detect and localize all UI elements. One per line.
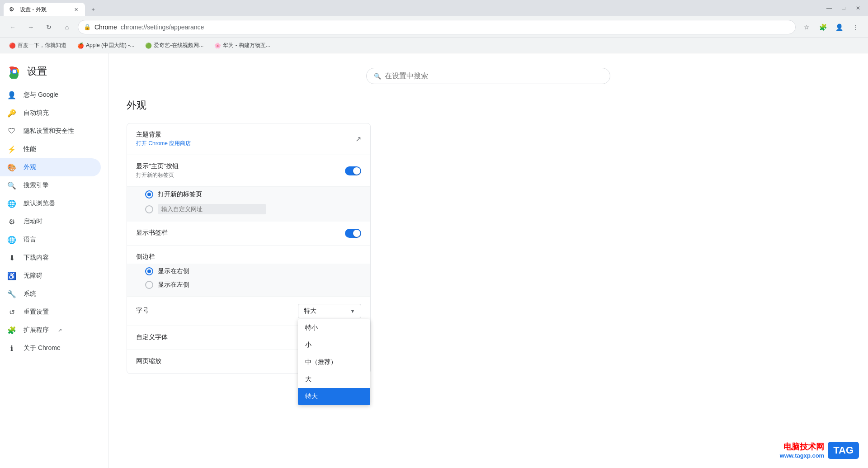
- sidebar-item-search[interactable]: 🔍 搜索引擎: [0, 176, 101, 194]
- theme-external-link-icon[interactable]: ↗: [355, 135, 361, 143]
- sidebar-item-privacy[interactable]: 🛡 隐私设置和安全性: [0, 122, 101, 140]
- watermark-site-name: 电脑技术网: [783, 441, 824, 452]
- extensions-icon: 🧩: [7, 326, 16, 335]
- new-tab-button[interactable]: +: [87, 3, 99, 15]
- active-tab[interactable]: ⚙ 设置 - 外观 ✕: [4, 3, 85, 16]
- font-size-dropdown-wrap: 特大 ▼ 特小 小 中（推荐） 大 特大 ◄: [298, 304, 361, 318]
- extension-icon[interactable]: 🧩: [816, 20, 830, 34]
- google-account-icon: 👤: [7, 90, 16, 99]
- font-size-option-large[interactable]: 大: [298, 371, 370, 388]
- bookmark-iqiyi-label: 爱奇艺-在线视频网...: [154, 42, 203, 49]
- radio-sidebar-left-circle: [145, 281, 153, 289]
- bookmark-apple[interactable]: 🍎 Apple (中国大陆) -...: [74, 40, 138, 51]
- sidebar-item-autofill[interactable]: 🔑 自动填充: [0, 104, 101, 122]
- font-size-option-very-small[interactable]: 特小: [298, 319, 370, 336]
- bookmarks-bar-row: 显示书签栏: [127, 222, 370, 246]
- font-size-option-very-large[interactable]: 特大 ◄: [298, 388, 370, 405]
- minimize-button[interactable]: —: [823, 2, 835, 14]
- tab-close-button[interactable]: ✕: [72, 6, 80, 13]
- sidebar-item-extensions-label: 扩展程序: [24, 326, 49, 334]
- settings-search-wrap: 🔍: [366, 68, 610, 84]
- settings-sidebar: 设置 👤 您与 Google 🔑 自动填充 🛡 隐私设置和安全性 ⚡ 性能 🎨 …: [0, 53, 108, 468]
- close-button[interactable]: ✕: [852, 2, 864, 14]
- sidebar-item-google-account[interactable]: 👤 您与 Google: [0, 86, 101, 104]
- custom-url-input[interactable]: [158, 204, 266, 214]
- sidebar-item-startup[interactable]: ⚙ 启动时: [0, 213, 101, 231]
- refresh-button[interactable]: ↻: [42, 20, 56, 34]
- search-engine-icon: 🔍: [7, 181, 16, 190]
- back-button[interactable]: ←: [5, 20, 20, 34]
- sidebar-item-performance[interactable]: ⚡ 性能: [0, 140, 101, 158]
- security-icon: 🔒: [84, 24, 91, 30]
- sidebar-item-system[interactable]: 🔧 系统: [0, 285, 101, 303]
- font-size-row: 字号 特大 ▼ 特小 小 中（推荐） 大 特大: [127, 296, 370, 326]
- sidebar-item-google-account-label: 您与 Google: [24, 91, 58, 99]
- watermark: 电脑技术网 www.tagxp.com TAG: [780, 441, 859, 459]
- sidebar-item-privacy-label: 隐私设置和安全性: [24, 127, 74, 135]
- sidebar-item-language-label: 语言: [24, 236, 36, 244]
- sidebar-item-performance-label: 性能: [24, 145, 36, 153]
- more-menu-icon[interactable]: ⋮: [848, 20, 863, 34]
- address-bar[interactable]: 🔒 Chrome chrome://settings/appearance: [78, 20, 796, 34]
- performance-icon: ⚡: [7, 145, 16, 154]
- address-site: Chrome: [94, 24, 117, 31]
- radio-new-tab[interactable]: 打开新的标签页: [145, 190, 361, 199]
- bookmark-iqiyi-favicon: 🟢: [145, 43, 152, 49]
- settings-search-input[interactable]: [385, 72, 603, 80]
- radio-sidebar-left[interactable]: 显示在左侧: [145, 281, 361, 289]
- bookmark-icon[interactable]: ☆: [799, 20, 814, 34]
- maximize-button[interactable]: □: [837, 2, 850, 14]
- sidebar-item-default-browser-label: 默认浏览器: [24, 199, 55, 208]
- svg-point-3: [13, 70, 16, 73]
- bookmark-baidu[interactable]: 🔴 百度一下，你就知道: [5, 40, 70, 51]
- watermark-url: www.tagxp.com: [780, 452, 824, 459]
- sidebar-setting-row: 侧边栏: [127, 246, 370, 264]
- font-size-dropdown-menu: 特小 小 中（推荐） 大 特大 ◄: [298, 319, 370, 405]
- sidebar-item-extensions[interactable]: 🧩 扩展程序 ↗: [0, 321, 101, 339]
- home-button-radio-group: 打开新的标签页: [127, 187, 370, 222]
- bookmark-baidu-label: 百度一下，你就知道: [18, 42, 66, 49]
- settings-title-label: 设置: [27, 65, 47, 78]
- system-icon: 🔧: [7, 289, 16, 298]
- radio-custom-url[interactable]: [145, 204, 361, 214]
- home-button-toggle[interactable]: [345, 166, 361, 175]
- sidebar-item-about[interactable]: ℹ 关于 Chrome: [0, 339, 101, 357]
- default-browser-icon: 🌐: [7, 199, 16, 208]
- language-icon: 🌐: [7, 235, 16, 244]
- radio-new-tab-circle: [145, 190, 153, 199]
- bookmark-huawei[interactable]: 🌸 华为 - 构建万物互...: [211, 40, 274, 51]
- sidebar-item-appearance[interactable]: 🎨 外观: [0, 158, 101, 176]
- settings-search-bar[interactable]: 🔍: [366, 68, 610, 84]
- startup-icon: ⚙: [7, 217, 16, 226]
- theme-row: 主题背景 打开 Chrome 应用商店 ↗: [127, 123, 370, 155]
- sidebar-item-autofill-label: 自动填充: [24, 109, 49, 117]
- dropdown-arrow-icon: ▼: [350, 308, 355, 314]
- sidebar-radio-group: 显示在右侧 显示在左侧: [127, 264, 370, 296]
- watermark-tag-label: TAG: [828, 442, 859, 459]
- radio-sidebar-right[interactable]: 显示在右侧: [145, 267, 361, 275]
- address-path: chrome://settings/appearance: [121, 24, 204, 31]
- sidebar-item-startup-label: 启动时: [24, 217, 42, 226]
- home-button-desc: 打开新的标签页: [136, 171, 338, 179]
- extensions-external-link-icon: ↗: [58, 327, 62, 333]
- font-size-option-medium[interactable]: 中（推荐）: [298, 354, 370, 371]
- font-size-option-small[interactable]: 小: [298, 336, 370, 354]
- downloads-icon: ⬇: [7, 253, 16, 262]
- home-button[interactable]: ⌂: [60, 20, 74, 34]
- sidebar-item-downloads-label: 下载内容: [24, 254, 49, 262]
- sidebar-item-accessibility[interactable]: ♿ 无障碍: [0, 267, 101, 285]
- theme-title: 主题背景: [136, 131, 348, 139]
- font-size-dropdown-button[interactable]: 特大 ▼: [298, 304, 361, 318]
- sidebar-item-reset[interactable]: ↺ 重置设置: [0, 303, 101, 321]
- forward-button[interactable]: →: [24, 20, 38, 34]
- sidebar-item-downloads[interactable]: ⬇ 下载内容: [0, 249, 101, 267]
- home-button-title: 显示"主页"按钮: [136, 162, 338, 170]
- bookmark-apple-label: Apple (中国大陆) -...: [86, 42, 134, 49]
- sidebar-item-language[interactable]: 🌐 语言: [0, 231, 101, 249]
- bookmark-iqiyi[interactable]: 🟢 爱奇艺-在线视频网...: [142, 40, 207, 51]
- theme-desc[interactable]: 打开 Chrome 应用商店: [136, 140, 348, 147]
- sidebar-item-appearance-label: 外观: [24, 163, 36, 171]
- sidebar-item-default-browser[interactable]: 🌐 默认浏览器: [0, 194, 101, 213]
- profile-icon[interactable]: 👤: [832, 20, 846, 34]
- bookmarks-bar-toggle[interactable]: [345, 229, 361, 238]
